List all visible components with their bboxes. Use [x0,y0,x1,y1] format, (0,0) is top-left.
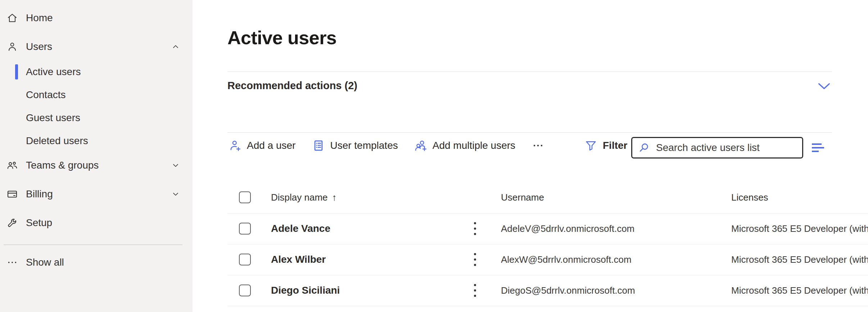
column-header-label: Display name [271,192,328,203]
sidebar-item-label: Home [26,12,53,24]
m365-admin-active-users-page: Home Users Active users Contacts Guest u… [0,0,868,312]
add-multiple-users-button[interactable]: Add multiple users [415,139,515,152]
row-more-actions-button[interactable] [468,249,482,270]
chevron-down-icon [171,189,180,199]
sidebar-item-label: Show all [26,257,64,268]
display-name-cell[interactable]: Diego Siciliani [271,285,340,296]
column-header-licenses[interactable]: Licenses [731,192,768,203]
chevron-down-icon [171,161,180,170]
row-more-actions-button[interactable] [468,280,482,300]
sidebar-item-label: Deleted users [26,135,88,147]
sidebar-item-label: Setup [26,217,52,229]
people-icon [4,160,20,171]
select-all-checkbox[interactable] [239,192,251,203]
filter-button[interactable]: Filter [584,133,627,158]
sidebar-item-setup[interactable]: Setup [0,211,193,234]
divider [227,132,832,133]
ellipsis-icon [4,257,20,268]
sidebar-item-contacts[interactable]: Contacts [0,83,193,106]
sidebar-item-guest-users[interactable]: Guest users [0,106,193,129]
kebab-icon [473,252,477,267]
sidebar-item-users[interactable]: Users [0,35,193,58]
sidebar-item-home[interactable]: Home [0,6,193,29]
licenses-cell: Microsoft 365 E5 Developer (withou [731,223,868,234]
row-checkbox[interactable] [239,254,251,266]
button-label: User templates [330,140,398,151]
divider [4,244,182,245]
table-row[interactable]: Diego Siciliani DiegoS@5drrlv.onmicrosof… [227,275,868,306]
row-checkbox[interactable] [239,285,251,297]
sidebar: Home Users Active users Contacts Guest u… [0,0,193,312]
sidebar-item-label: Active users [26,66,81,78]
display-name-cell[interactable]: Adele Vance [271,223,330,234]
table-row[interactable]: Adele Vance AdeleV@5drrlv.onmicrosoft.co… [227,213,868,244]
filter-funnel-icon [584,139,597,152]
sort-lines-button[interactable] [809,140,828,155]
template-list-icon [312,139,325,152]
page-title: Active users [227,27,336,49]
table-header-row: Display name ↑ Username Licenses [227,182,868,214]
sort-ascending-icon: ↑ [332,192,337,203]
username-cell: DiegoS@5drrlv.onmicrosoft.com [501,285,635,296]
add-person-icon [229,139,242,152]
sidebar-item-active-users[interactable]: Active users [0,60,193,83]
add-a-user-button[interactable]: Add a user [229,139,295,152]
sidebar-item-teams-groups[interactable]: Teams & groups [0,154,193,177]
username-cell: AdeleV@5drrlv.onmicrosoft.com [501,223,634,234]
person-icon [4,41,20,52]
divider [227,72,832,72]
sidebar-item-label: Guest users [26,112,80,124]
column-header-username[interactable]: Username [501,192,544,203]
ellipsis-icon [532,139,544,152]
kebab-icon [473,283,477,298]
button-label: Add multiple users [433,140,515,151]
more-actions-button[interactable] [532,139,544,152]
username-cell: AlexW@5drrlv.onmicrosoft.com [501,254,632,265]
sidebar-item-show-all[interactable]: Show all [0,251,193,274]
recommended-actions-expand-button[interactable] [815,80,833,93]
table-row[interactable]: Alex Wilber AlexW@5drrlv.onmicrosoft.com… [227,244,868,275]
sidebar-item-label: Billing [26,188,53,200]
sidebar-item-label: Contacts [26,89,66,101]
button-label: Filter [603,140,627,151]
button-label: Add a user [247,140,295,151]
kebab-icon [473,221,477,237]
search-input[interactable] [655,142,797,154]
wrench-icon [4,217,20,228]
sort-lines-icon [810,142,826,153]
user-templates-button[interactable]: User templates [312,139,398,152]
search-box [631,137,803,159]
credit-card-icon [4,188,20,200]
row-more-actions-button[interactable] [468,219,482,239]
add-people-icon [415,139,428,152]
display-name-cell[interactable]: Alex Wilber [271,254,326,265]
sidebar-item-label: Teams & groups [26,160,99,171]
sidebar-item-billing[interactable]: Billing [0,183,193,206]
chevron-up-icon [171,42,180,51]
sidebar-item-deleted-users[interactable]: Deleted users [0,129,193,152]
search-icon [638,142,650,154]
row-checkbox[interactable] [239,223,251,235]
chevron-down-icon [818,82,830,90]
column-header-display-name[interactable]: Display name ↑ [271,192,337,203]
sidebar-item-label: Users [26,41,52,52]
licenses-cell: Microsoft 365 E5 Developer (withou [731,285,868,296]
recommended-actions-heading[interactable]: Recommended actions (2) [227,80,357,92]
home-icon [4,13,20,23]
selected-indicator [15,64,18,79]
toolbar: Add a user User templates Add multiple u… [229,133,544,158]
licenses-cell: Microsoft 365 E5 Developer (withou [731,254,868,265]
